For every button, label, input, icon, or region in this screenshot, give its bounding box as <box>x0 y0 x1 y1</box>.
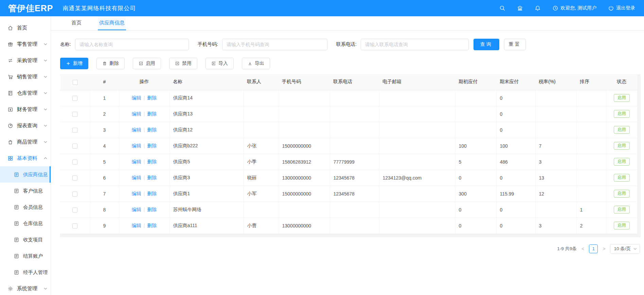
sidebar-item-supplier-info[interactable]: 供应商信息 <box>0 166 51 183</box>
import-button[interactable]: 导入 <box>205 58 234 69</box>
edit-link[interactable]: 编辑 <box>132 127 141 132</box>
table-row: 8编辑|删除苏州蜗牛网络001启用 <box>60 202 637 218</box>
cell-phone <box>279 122 330 138</box>
edit-link[interactable]: 编辑 <box>132 159 141 164</box>
cell-closing: 0 <box>496 170 535 186</box>
cell-phone: 13000000000 <box>279 218 330 234</box>
sidebar-item-handler-mgmt[interactable]: 经手人管理 <box>0 264 51 280</box>
sidebar-item-customer-info[interactable]: 客户信息 <box>0 183 51 199</box>
phone-filter-input[interactable] <box>222 39 327 50</box>
tel-filter-input[interactable] <box>361 39 469 50</box>
chevron-down-icon <box>633 248 637 250</box>
search-icon[interactable] <box>499 5 505 11</box>
cell-tax: 13 <box>535 170 576 186</box>
delete-link[interactable]: 删除 <box>147 143 157 148</box>
welcome-user[interactable]: 欢迎您, 测试用户 <box>552 5 596 11</box>
row-actions: 编辑|删除 <box>119 154 169 170</box>
sidebar-item-label: 经手人管理 <box>23 269 48 276</box>
page-size-select[interactable]: 10 条/页 <box>610 244 640 254</box>
cell-tel <box>330 218 379 234</box>
x-square-icon <box>175 61 180 66</box>
delete-link[interactable]: 删除 <box>147 127 157 132</box>
chevron-down-icon <box>44 92 47 94</box>
row-checkbox[interactable] <box>72 207 77 213</box>
row-checkbox[interactable] <box>72 223 77 228</box>
delete-link[interactable]: 删除 <box>147 159 157 164</box>
delete-link[interactable]: 删除 <box>147 111 157 116</box>
edit-link[interactable]: 编辑 <box>132 175 141 180</box>
edit-link[interactable]: 编辑 <box>132 95 141 100</box>
vertical-scrollbar[interactable] <box>637 74 641 234</box>
tab-home[interactable]: 首页 <box>70 16 83 30</box>
horizontal-scrollbar[interactable] <box>60 234 641 237</box>
finance-icon <box>7 107 13 112</box>
sidebar-item-label: 结算账户 <box>23 253 47 259</box>
row-checkbox[interactable] <box>72 96 77 101</box>
sidebar-item-purchase-mgmt[interactable]: 采购管理 <box>0 52 51 69</box>
export-button[interactable]: 导出 <box>242 58 270 69</box>
sidebar-item-warehouse-info[interactable]: 仓库信息 <box>0 215 51 232</box>
sidebar-item-warehouse-mgmt[interactable]: 仓库管理 <box>0 85 51 101</box>
bell-icon[interactable] <box>535 5 541 11</box>
name-filter-input[interactable] <box>75 39 189 50</box>
delete-button[interactable]: 删除 <box>96 58 125 69</box>
cell-tel <box>330 122 379 138</box>
row-checkbox[interactable] <box>72 191 77 197</box>
edit-link[interactable]: 编辑 <box>132 223 141 228</box>
sidebar-item-sales-mgmt[interactable]: 销售管理 <box>0 69 51 85</box>
prev-page-button[interactable]: < <box>581 246 585 252</box>
sidebar-item-home[interactable]: 首页 <box>0 20 51 36</box>
tab-supplier-info[interactable]: 供应商信息 <box>98 16 126 30</box>
row-checkbox[interactable] <box>72 112 77 117</box>
sidebar-item-retail-mgmt[interactable]: 零售管理 <box>0 36 51 52</box>
cell-tax <box>535 106 576 122</box>
edit-link[interactable]: 编辑 <box>132 191 141 196</box>
sidebar-item-label: 财务管理 <box>17 106 43 113</box>
row-checkbox[interactable] <box>72 176 77 181</box>
edit-link[interactable]: 编辑 <box>132 207 141 212</box>
cell-name: 供应商a111 <box>169 218 244 234</box>
enable-button[interactable]: 启用 <box>133 58 161 69</box>
sidebar-item-system-mgmt[interactable]: 系统管理 <box>0 280 51 295</box>
delete-link[interactable]: 删除 <box>147 223 157 228</box>
delete-link[interactable]: 删除 <box>147 175 157 180</box>
page-number-1[interactable]: 1 <box>589 244 598 253</box>
delete-link[interactable]: 删除 <box>147 191 157 196</box>
sidebar-item-report-query[interactable]: 报表查询 <box>0 117 51 134</box>
cell-sort <box>576 106 606 122</box>
row-checkbox[interactable] <box>72 160 77 165</box>
sidebar-item-income-expense[interactable]: 收支项目 <box>0 232 51 248</box>
delete-link[interactable]: 删除 <box>147 95 157 100</box>
column-header: 排序 <box>576 74 606 90</box>
add-button[interactable]: 新增 <box>60 58 88 69</box>
sidebar-item-finance-mgmt[interactable]: 财务管理 <box>0 101 51 117</box>
next-page-button[interactable]: > <box>602 246 606 252</box>
cell-tax <box>535 202 576 218</box>
row-index: 2 <box>90 106 119 122</box>
sidebar-item-settlement-account[interactable]: 结算账户 <box>0 248 51 264</box>
row-checkbox[interactable] <box>72 144 77 149</box>
status-badge: 启用 <box>614 142 630 150</box>
cell-name: 供应商14 <box>169 90 244 106</box>
cell-email <box>379 90 455 106</box>
select-all-checkbox[interactable] <box>73 80 78 85</box>
sidebar-item-goods-mgmt[interactable]: 商品管理 <box>0 134 51 150</box>
cell-opening <box>455 106 496 122</box>
welcome-text: 欢迎您, 测试用户 <box>560 5 596 11</box>
reset-button[interactable]: 重置 <box>504 39 526 50</box>
row-checkbox[interactable] <box>72 128 77 133</box>
search-button[interactable]: 查询 <box>473 39 499 50</box>
edit-link[interactable]: 编辑 <box>132 111 141 116</box>
sidebar-item-basic-data[interactable]: 基本资料 <box>0 150 51 166</box>
delete-link[interactable]: 删除 <box>147 207 157 212</box>
edit-link[interactable]: 编辑 <box>132 143 141 148</box>
cell-tel <box>330 202 379 218</box>
sidebar-item-member-info[interactable]: 会员信息 <box>0 199 51 215</box>
row-actions: 编辑|删除 <box>119 122 169 138</box>
cell-email <box>379 138 455 154</box>
bank-icon[interactable] <box>517 5 523 11</box>
logout-button[interactable]: 退出登录 <box>608 5 635 11</box>
disable-button[interactable]: 禁用 <box>169 58 197 69</box>
cell-name: 供应商b222 <box>169 138 244 154</box>
cell-phone: 15000000000 <box>279 138 330 154</box>
